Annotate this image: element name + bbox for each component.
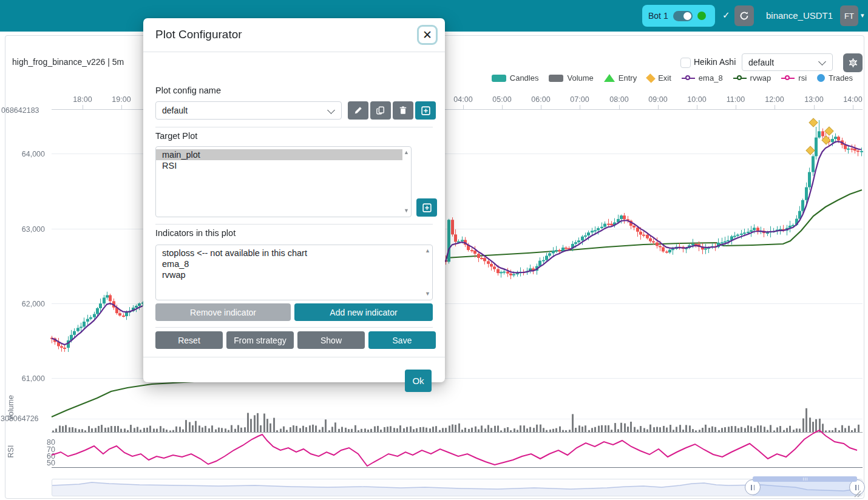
chart-navigator[interactable] xyxy=(52,479,863,496)
check-icon[interactable]: ✓ xyxy=(722,10,730,21)
exchange-account-label: binance_USDT1 xyxy=(766,10,833,21)
target-plot-option[interactable]: RSI xyxy=(156,160,402,171)
close-icon[interactable]: ✕ xyxy=(417,25,438,45)
remove-indicator-button[interactable]: Remove indicator xyxy=(155,303,291,321)
plot-configurator-modal: Plot Configurator ✕ Plot config name def… xyxy=(143,18,445,382)
plot-configurator-gear-button[interactable] xyxy=(843,53,863,72)
add-config-button[interactable] xyxy=(415,101,436,120)
scroll-down-icon[interactable]: ▼ xyxy=(425,291,430,297)
modal-header: Plot Configurator ✕ xyxy=(143,18,445,52)
legend-triangle-icon xyxy=(604,74,615,82)
scroll-up-icon[interactable]: ▲ xyxy=(404,150,409,155)
bot-name-label: Bot 1 xyxy=(648,11,668,21)
legend-item-rsi[interactable]: rsi xyxy=(781,73,807,83)
modal-title: Plot Configurator xyxy=(155,28,242,41)
chevron-down-icon xyxy=(327,106,335,114)
legend-line-icon xyxy=(682,75,695,81)
plot-config-select[interactable]: default xyxy=(742,53,833,71)
show-button[interactable]: Show xyxy=(297,331,365,349)
chart-title: high_frog_binance_v226 | 5m xyxy=(12,57,124,67)
duplicate-config-button[interactable] xyxy=(370,101,391,120)
heikin-ashi-checkbox[interactable] xyxy=(680,58,691,68)
app-root: { "navbar": { "bot_label": "Bot 1", "che… xyxy=(0,0,868,500)
chart-legend: CandlesVolumeEntryExitema_8rvwaprsiTrade… xyxy=(492,73,853,83)
scroll-up-icon[interactable]: ▲ xyxy=(425,248,430,254)
navigator-move-grip[interactable] xyxy=(753,476,857,482)
refresh-icon xyxy=(739,11,749,21)
indicator-option[interactable]: rvwap xyxy=(156,269,424,280)
legend-diamond-icon xyxy=(646,73,656,83)
legend-line-icon xyxy=(733,75,747,81)
add-subplot-button[interactable] xyxy=(416,198,437,217)
plus-square-icon xyxy=(422,203,432,212)
legend-label: Trades xyxy=(829,73,853,83)
legend-label: Volume xyxy=(567,73,593,83)
bot-status-dot xyxy=(697,12,706,20)
legend-label: Entry xyxy=(619,73,637,83)
reset-button[interactable]: Reset xyxy=(155,331,223,349)
legend-label: rvwap xyxy=(750,73,771,83)
from-strategy-button[interactable]: From strategy xyxy=(226,331,294,349)
navigator-selected-range[interactable] xyxy=(753,479,857,496)
indicators-in-plot-label: Indicators in this plot xyxy=(155,228,236,238)
legend-label: Exit xyxy=(658,73,671,83)
plot-config-name-select[interactable]: default xyxy=(155,101,342,120)
trash-icon xyxy=(399,106,407,115)
chevron-down-icon[interactable]: ▾ xyxy=(861,12,864,19)
scroll-down-icon[interactable]: ▼ xyxy=(404,208,409,214)
legend-label: rsi xyxy=(798,73,807,83)
plus-square-icon xyxy=(421,106,430,115)
indicator-option[interactable]: stoploss <-- not available in this chart xyxy=(156,248,424,258)
save-button[interactable]: Save xyxy=(368,331,436,349)
add-new-indicator-button[interactable]: Add new indicator xyxy=(294,303,433,321)
chevron-down-icon xyxy=(818,58,826,66)
ok-button[interactable]: Ok xyxy=(405,370,432,392)
legend-item-trades[interactable]: Trades xyxy=(817,73,853,83)
modal-footer: Ok xyxy=(143,357,445,383)
target-plot-option[interactable]: main_plot xyxy=(156,149,402,160)
legend-label: ema_8 xyxy=(699,73,723,83)
legend-item-exit[interactable]: Exit xyxy=(647,73,671,83)
legend-swatch-icon xyxy=(549,75,563,82)
heikin-ashi-label: Heikin Ashi xyxy=(694,57,736,67)
legend-line-icon xyxy=(781,75,795,81)
legend-label: Candles xyxy=(510,73,539,83)
legend-circle-icon xyxy=(817,74,825,82)
legend-swatch-icon xyxy=(492,75,506,82)
navigator-minichart xyxy=(52,479,862,496)
resize-corner-icon[interactable] xyxy=(853,490,861,498)
gear-icon xyxy=(849,58,858,67)
edit-config-button[interactable] xyxy=(348,101,368,120)
legend-item-candles[interactable]: Candles xyxy=(492,73,539,83)
target-plot-label: Target Plot xyxy=(155,131,197,141)
plot-config-name-label: Plot config name xyxy=(155,86,221,95)
indicator-option[interactable]: ema_8 xyxy=(156,258,424,269)
indicators-listbox[interactable]: stoploss <-- not available in this chart… xyxy=(155,245,433,300)
legend-item-ema_8[interactable]: ema_8 xyxy=(682,73,723,83)
legend-item-volume[interactable]: Volume xyxy=(549,73,593,83)
copy-icon xyxy=(376,106,385,115)
target-plot-listbox[interactable]: main_plotRSI ▲▼ xyxy=(155,146,412,217)
bot-online-toggle[interactable] xyxy=(673,11,693,21)
user-avatar[interactable]: FT xyxy=(840,5,858,26)
pencil-icon xyxy=(354,106,362,115)
refresh-button[interactable] xyxy=(734,5,754,26)
legend-item-rvwap[interactable]: rvwap xyxy=(733,73,771,83)
legend-item-entry[interactable]: Entry xyxy=(604,73,637,83)
delete-config-button[interactable] xyxy=(393,101,413,120)
bot-selector[interactable]: Bot 1 xyxy=(642,5,715,27)
